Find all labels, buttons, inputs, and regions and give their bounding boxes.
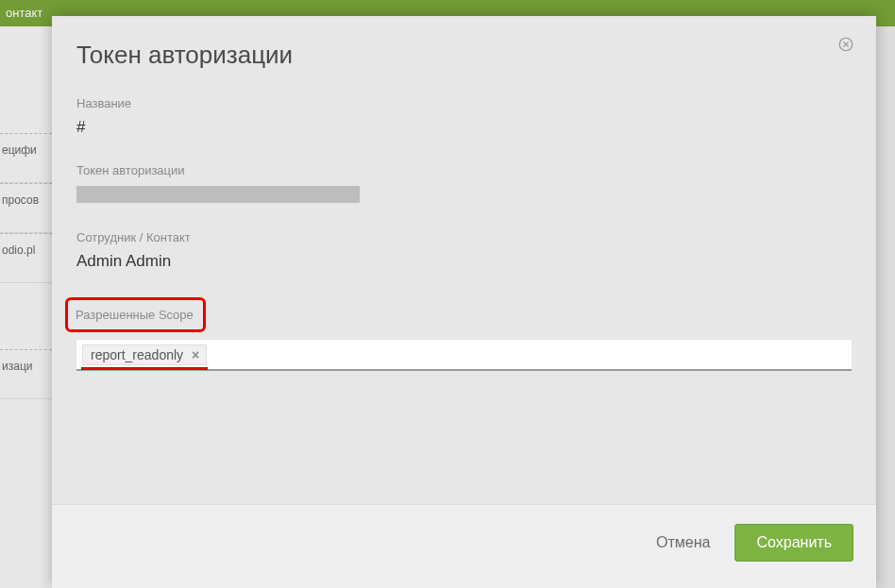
field-contact-value[interactable]: Admin Admin (76, 252, 852, 271)
field-name-value[interactable]: # (76, 118, 852, 137)
close-button[interactable] (836, 37, 855, 56)
save-button[interactable]: Сохранить (735, 524, 853, 562)
auth-token-modal: Токен авторизации Название # Токен автор… (52, 16, 876, 588)
redacted-token (76, 186, 360, 203)
scopes-input[interactable]: report_readonly × (76, 340, 852, 371)
scopes-label-highlight: Разрешенные Scope (65, 297, 206, 332)
field-contact-label: Сотрудник / Контакт (76, 230, 852, 244)
field-name: Название # (76, 96, 852, 137)
field-contact: Сотрудник / Контакт Admin Admin (76, 230, 852, 271)
cancel-button[interactable]: Отмена (656, 534, 710, 551)
field-scopes-label: Разрешенные Scope (76, 308, 194, 322)
scope-tag[interactable]: report_readonly × (82, 344, 207, 365)
remove-icon[interactable]: × (189, 347, 202, 362)
scope-tag-label: report_readonly (91, 347, 183, 362)
field-token-value (76, 185, 852, 204)
close-icon (837, 36, 854, 57)
field-token: Токен авторизации (76, 163, 852, 204)
field-scopes: Разрешенные Scope report_readonly × (76, 297, 852, 371)
field-name-label: Название (76, 96, 852, 110)
modal-title: Токен авторизации (76, 41, 852, 70)
modal-footer: Отмена Сохранить (52, 504, 876, 588)
field-token-label: Токен авторизации (76, 163, 852, 177)
